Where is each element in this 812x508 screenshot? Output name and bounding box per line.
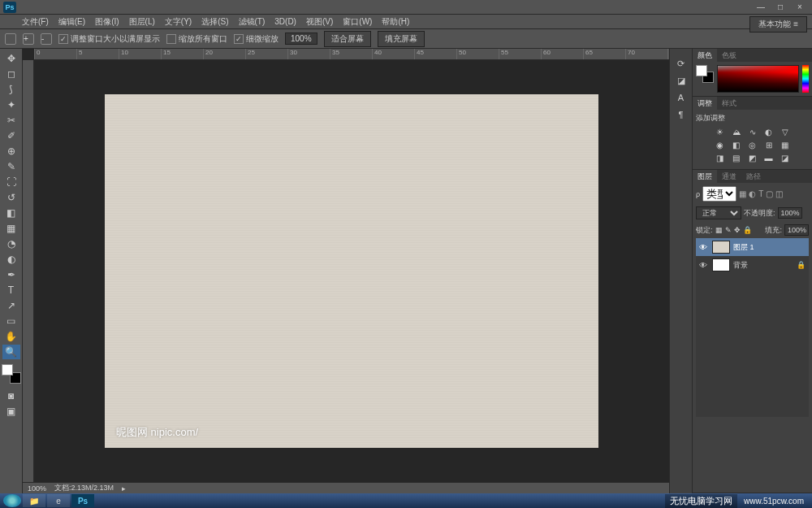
taskbar-ie-icon[interactable]: e xyxy=(47,494,70,507)
fit-screen-button[interactable]: 适合屏幕 xyxy=(324,31,371,47)
lock-position-icon[interactable]: ✥ xyxy=(734,226,741,234)
dodge-tool-icon[interactable]: ◐ xyxy=(2,252,20,267)
filter-smart-icon[interactable]: ◫ xyxy=(775,189,783,198)
pen-tool-icon[interactable]: ✒ xyxy=(2,267,20,282)
zoom-field[interactable]: 100% xyxy=(285,33,317,45)
stamp-tool-icon[interactable]: ⛶ xyxy=(2,175,20,189)
fill-field[interactable]: 100% xyxy=(784,224,809,236)
menu-view[interactable]: 视图(V) xyxy=(302,15,337,29)
zoom-out-icon[interactable]: - xyxy=(41,33,52,45)
adj-channel-mixer-icon[interactable]: ⊞ xyxy=(763,140,775,150)
wand-tool-icon[interactable]: ✦ xyxy=(2,98,20,112)
menu-3d[interactable]: 3D(D) xyxy=(270,15,300,28)
adj-vibrance-icon[interactable]: ▽ xyxy=(780,127,791,137)
tab-adjustments[interactable]: 调整 xyxy=(693,97,717,111)
filter-pixel-icon[interactable]: ▦ xyxy=(739,189,746,198)
layer-kind-select[interactable]: 类型 xyxy=(702,186,736,202)
shape-tool-icon[interactable]: ▭ xyxy=(2,314,20,328)
lock-transparent-icon[interactable]: ▦ xyxy=(715,226,723,234)
adj-levels-icon[interactable]: ⛰ xyxy=(731,127,742,137)
heal-tool-icon[interactable]: ⊕ xyxy=(2,144,20,158)
foreground-color[interactable] xyxy=(2,364,13,376)
menu-image[interactable]: 图像(I) xyxy=(91,15,123,29)
history-brush-tool-icon[interactable]: ↺ xyxy=(2,190,20,205)
opt-scrubby-zoom[interactable]: ✓细微缩放 xyxy=(234,33,279,45)
blur-tool-icon[interactable]: ◔ xyxy=(2,237,20,251)
menu-filter[interactable]: 滤镜(T) xyxy=(235,15,270,29)
tool-preset-icon[interactable] xyxy=(5,33,16,45)
layer-row[interactable]: 👁 背景 🔒 xyxy=(696,256,809,274)
layer-thumbnail[interactable] xyxy=(712,258,730,271)
start-button[interactable] xyxy=(3,494,21,507)
screenmode-icon[interactable]: ▣ xyxy=(2,404,20,419)
properties-panel-icon[interactable]: ◪ xyxy=(673,73,689,88)
hand-tool-icon[interactable]: ✋ xyxy=(2,329,20,344)
ruler-vertical[interactable] xyxy=(23,60,34,482)
hue-slider[interactable] xyxy=(802,65,809,93)
filter-adjust-icon[interactable]: ◐ xyxy=(749,189,756,198)
opt-resize-fit[interactable]: ✓调整窗口大小以满屏显示 xyxy=(58,33,160,45)
blend-mode-select[interactable]: 正常 xyxy=(696,206,741,219)
tab-paths[interactable]: 路径 xyxy=(741,170,766,184)
adj-brightness-icon[interactable]: ☀ xyxy=(715,127,726,137)
menu-help[interactable]: 帮助(H) xyxy=(378,15,413,29)
layer-name[interactable]: 图层 1 xyxy=(733,242,806,253)
adj-bw-icon[interactable]: ◧ xyxy=(731,140,742,150)
ruler-horizontal[interactable]: 0510152025303540455055606570758085909510… xyxy=(34,49,669,60)
history-panel-icon[interactable]: ⟳ xyxy=(673,56,689,71)
panel-color-swatch[interactable] xyxy=(696,65,714,83)
color-swatch-pair[interactable] xyxy=(2,364,21,384)
adj-invert-icon[interactable]: ◨ xyxy=(715,153,726,163)
taskbar-explorer-icon[interactable]: 📁 xyxy=(23,494,45,507)
taskbar-ps-icon[interactable]: Ps xyxy=(71,494,94,507)
adj-threshold-icon[interactable]: ◩ xyxy=(747,153,758,163)
menu-type[interactable]: 文字(Y) xyxy=(161,15,196,29)
menu-edit[interactable]: 编辑(E) xyxy=(54,15,89,29)
workspace-switcher[interactable]: 基本功能 ≡ xyxy=(749,16,807,33)
tab-channels[interactable]: 通道 xyxy=(717,170,741,184)
layer-row[interactable]: 👁 图层 1 xyxy=(696,238,809,256)
gradient-tool-icon[interactable]: ▦ xyxy=(2,221,20,236)
adj-photo-filter-icon[interactable]: ◎ xyxy=(747,140,758,150)
opt-zoom-all[interactable]: 缩放所有窗口 xyxy=(166,33,227,45)
path-tool-icon[interactable]: ↗ xyxy=(2,298,20,313)
menu-select[interactable]: 选择(S) xyxy=(197,15,232,29)
lock-pixels-icon[interactable]: ✎ xyxy=(725,226,732,234)
visibility-toggle-icon[interactable]: 👁 xyxy=(699,261,709,270)
crop-tool-icon[interactable]: ✂ xyxy=(2,113,20,128)
adj-exposure-icon[interactable]: ◐ xyxy=(763,127,775,137)
marquee-tool-icon[interactable]: ◻ xyxy=(2,67,20,81)
maximize-button[interactable]: □ xyxy=(771,2,789,13)
adj-hue-icon[interactable]: ◉ xyxy=(715,140,726,150)
visibility-toggle-icon[interactable]: 👁 xyxy=(699,243,709,252)
status-zoom[interactable]: 100% xyxy=(28,484,46,493)
tab-swatches[interactable]: 色板 xyxy=(717,49,741,63)
zoom-in-icon[interactable]: + xyxy=(23,33,34,45)
close-button[interactable]: × xyxy=(791,2,809,13)
eyedropper-tool-icon[interactable]: ✐ xyxy=(2,128,20,143)
status-docsize[interactable]: 文档:2.13M/2.13M xyxy=(54,483,114,493)
menu-window[interactable]: 窗口(W) xyxy=(339,15,376,29)
minimize-button[interactable]: — xyxy=(752,2,770,13)
lock-all-icon[interactable]: 🔒 xyxy=(743,226,752,234)
color-ramp[interactable] xyxy=(717,65,799,93)
paragraph-panel-icon[interactable]: ¶ xyxy=(673,107,689,122)
filter-shape-icon[interactable]: ▢ xyxy=(766,189,773,198)
tab-styles[interactable]: 样式 xyxy=(717,97,741,111)
fill-screen-button[interactable]: 填充屏幕 xyxy=(378,31,425,47)
move-tool-icon[interactable]: ✥ xyxy=(2,51,20,66)
canvas-viewport[interactable]: 昵图网 nipic.com/ xyxy=(34,60,669,482)
lasso-tool-icon[interactable]: ⟆ xyxy=(2,82,20,97)
menu-layer[interactable]: 图层(L) xyxy=(125,15,159,29)
quickmask-icon[interactable]: ◙ xyxy=(2,389,20,403)
layer-name[interactable]: 背景 xyxy=(733,260,793,271)
opacity-field[interactable]: 100% xyxy=(778,207,802,219)
eraser-tool-icon[interactable]: ◧ xyxy=(2,206,20,220)
tab-layers[interactable]: 图层 xyxy=(693,170,717,184)
brush-tool-icon[interactable]: ✎ xyxy=(2,159,20,174)
adj-gradient-map-icon[interactable]: ▬ xyxy=(763,153,775,163)
zoom-tool-icon[interactable]: 🔍 xyxy=(2,345,20,359)
menu-file[interactable]: 文件(F) xyxy=(18,15,53,29)
tab-color[interactable]: 颜色 xyxy=(693,49,717,63)
canvas-image[interactable]: 昵图网 nipic.com/ xyxy=(105,94,598,448)
